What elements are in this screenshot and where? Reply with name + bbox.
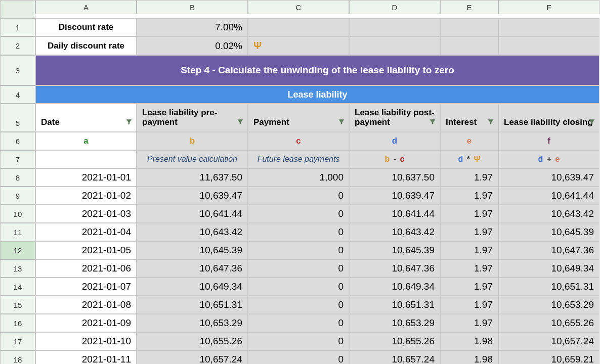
cell-E15[interactable]: 1.97 [440,296,498,314]
cell-E9[interactable]: 1.97 [440,187,498,205]
row-header-7[interactable]: 7 [0,150,35,168]
cell-D9[interactable]: 10,639.47 [349,187,440,205]
col-header-D[interactable]: D [349,0,440,14]
step-banner[interactable]: Step 4 - Calculate the unwinding of the … [35,55,599,85]
cell-E1[interactable] [440,18,498,36]
col-header-B[interactable]: B [137,0,248,14]
cell-D7[interactable]: b - c [349,150,440,168]
cell-C6[interactable]: c [248,132,349,150]
cell-D2[interactable] [349,36,440,55]
cell-C14[interactable]: 0 [248,278,349,296]
column-header-F[interactable]: Lease liability closing [498,104,599,132]
row-header-11[interactable]: 11 [0,223,35,241]
row-header-15[interactable]: 15 [0,296,35,314]
cell-E12[interactable]: 1.97 [440,241,498,259]
cell-F6[interactable]: f [498,132,599,150]
cell-E7[interactable]: d * Ψ [440,150,498,168]
row-header-2[interactable]: 2 [0,36,35,55]
cell-A2[interactable]: Daily discount rate [35,36,137,55]
cell-B12[interactable]: 10,645.39 [137,241,248,259]
cell-A9[interactable]: 2021-01-02 [35,187,137,205]
cell-C12[interactable]: 0 [248,241,349,259]
row-header-5[interactable]: 5 [0,104,35,132]
lease-liability-banner[interactable]: Lease liability [35,85,599,104]
cell-A8[interactable]: 2021-01-01 [35,168,137,187]
cell-E11[interactable]: 1.97 [440,223,498,241]
cell-C2[interactable]: Ψ [248,36,349,55]
cell-E16[interactable]: 1.97 [440,314,498,332]
cell-E2[interactable] [440,36,498,55]
row-header-18[interactable]: 18 [0,350,35,364]
col-header-E[interactable]: E [440,0,498,14]
cell-C17[interactable]: 0 [248,332,349,350]
row-header-8[interactable]: 8 [0,168,35,187]
cell-B18[interactable]: 10,657.24 [137,350,248,364]
cell-D18[interactable]: 10,657.24 [349,350,440,364]
cell-A6[interactable]: a [35,132,137,150]
cell-C16[interactable]: 0 [248,314,349,332]
cell-F18[interactable]: 10,659.21 [498,350,599,364]
cell-F17[interactable]: 10,657.24 [498,332,599,350]
cell-F11[interactable]: 10,645.39 [498,223,599,241]
filter-icon[interactable] [236,118,244,128]
cell-D6[interactable]: d [349,132,440,150]
cell-A16[interactable]: 2021-01-09 [35,314,137,332]
cell-C10[interactable]: 0 [248,205,349,223]
cell-F16[interactable]: 10,655.26 [498,314,599,332]
col-header-C[interactable]: C [248,0,349,14]
cell-F8[interactable]: 10,639.47 [498,168,599,187]
cell-F9[interactable]: 10,641.44 [498,187,599,205]
cell-B2[interactable]: 0.02% [137,36,248,55]
cell-B17[interactable]: 10,655.26 [137,332,248,350]
cell-B6[interactable]: b [137,132,248,150]
cell-B10[interactable]: 10,641.44 [137,205,248,223]
filter-icon[interactable] [588,118,596,128]
cell-D16[interactable]: 10,653.29 [349,314,440,332]
cell-F2[interactable] [498,36,599,55]
col-header-A[interactable]: A [35,0,137,14]
row-header-1[interactable]: 1 [0,18,35,36]
column-header-C[interactable]: Payment [248,104,349,132]
row-header-12[interactable]: 12 [0,241,35,259]
cell-A15[interactable]: 2021-01-08 [35,296,137,314]
cell-B9[interactable]: 10,639.47 [137,187,248,205]
cell-E18[interactable]: 1.98 [440,350,498,364]
column-header-B[interactable]: Lease liability pre-payment [137,104,248,132]
cell-C7[interactable]: Future lease payments [248,150,349,168]
cell-E13[interactable]: 1.97 [440,259,498,278]
column-header-A[interactable]: Date [35,104,137,132]
row-header-10[interactable]: 10 [0,205,35,223]
cell-E8[interactable]: 1.97 [440,168,498,187]
cell-D11[interactable]: 10,643.42 [349,223,440,241]
cell-E10[interactable]: 1.97 [440,205,498,223]
filter-icon[interactable] [337,118,346,128]
cell-B16[interactable]: 10,653.29 [137,314,248,332]
cell-F13[interactable]: 10,649.34 [498,259,599,278]
cell-F7[interactable]: d + e [498,150,599,168]
row-header-14[interactable]: 14 [0,278,35,296]
cell-F12[interactable]: 10,647.36 [498,241,599,259]
row-header-3[interactable]: 3 [0,55,35,85]
row-header-4[interactable]: 4 [0,85,35,104]
cell-E6[interactable]: e [440,132,498,150]
cell-D10[interactable]: 10,641.44 [349,205,440,223]
cell-E17[interactable]: 1.98 [440,332,498,350]
cell-B11[interactable]: 10,643.42 [137,223,248,241]
filter-icon[interactable] [428,118,437,128]
column-header-E[interactable]: Interest [440,104,498,132]
cell-F14[interactable]: 10,651.31 [498,278,599,296]
cell-C9[interactable]: 0 [248,187,349,205]
col-header-F[interactable]: F [498,0,599,14]
cell-D12[interactable]: 10,645.39 [349,241,440,259]
cell-C15[interactable]: 0 [248,296,349,314]
cell-B7[interactable]: Present value calculation [137,150,248,168]
cell-D8[interactable]: 10,637.50 [349,168,440,187]
cell-A12[interactable]: 2021-01-05 [35,241,137,259]
cell-C1[interactable] [248,18,349,36]
cell-F10[interactable]: 10,643.42 [498,205,599,223]
cell-A18[interactable]: 2021-01-11 [35,350,137,364]
cell-C11[interactable]: 0 [248,223,349,241]
cell-B13[interactable]: 10,647.36 [137,259,248,278]
cell-A13[interactable]: 2021-01-06 [35,259,137,278]
cell-B8[interactable]: 11,637.50 [137,168,248,187]
